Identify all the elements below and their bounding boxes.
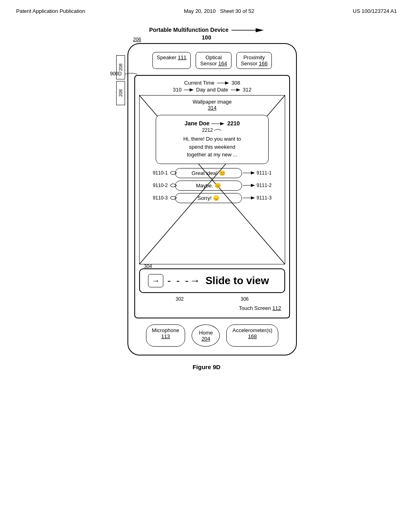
side-label-208-bottom-text: 208 [118,89,123,97]
figure-caption: Figure 9D [192,364,220,370]
day-date-ref1: 310 [173,87,182,93]
side-labels: 208 208 [116,55,125,107]
svg-marker-1 [256,28,264,32]
reply-pill-3[interactable]: Sorry! 😞 [175,193,242,203]
slide-arrow-box: → [148,274,163,287]
label-900d: 900D [110,70,139,78]
message-ref: 2212 [163,127,262,133]
message-bubble: Jane Doe 2210 2212 Hi, there! Do you wan… [156,115,269,164]
diagram-area: Portable Multifunction Device 100 208 20… [49,26,364,370]
wallpaper-label-text: Wallpaper image [140,99,285,105]
device-wrapper: 208 208 206 900D [116,43,297,355]
btn-home-ref: 204 [202,336,211,342]
label-900d-text: 900D [110,71,122,77]
btn-microphone-label: Microphone [152,327,179,333]
svg-marker-17 [251,196,255,200]
reply-pill-1[interactable]: Great idea! 😊 [175,168,242,178]
sensor-proximity-label: ProximitySensor 166 [241,54,268,66]
header-right: US 100/123724 A1 [353,8,397,14]
header-left-text: Patent Application Publication [16,8,85,14]
reply-text-3: Sorry! 😞 [198,195,219,201]
current-time-ref: 308 [232,80,240,86]
reply-label-right-1: 9111-1 [257,170,281,176]
svg-marker-5 [190,88,194,91]
svg-marker-13 [251,171,255,175]
header-center: May 20, 2010 Sheet 30 of 52 [184,8,254,14]
patent-header: Patent Application Publication May 20, 2… [16,8,397,14]
reply-row-1: 9110-1 Great idea! 😊 9111-1 [144,168,281,178]
wallpaper-ref: 314 [208,105,217,111]
day-date-row: 310 Day and Date 312 [139,87,285,93]
svg-marker-3 [225,81,229,85]
device-title-text: Portable Multifunction Device [149,27,229,33]
slide-ref-row: 302 306 [139,296,285,302]
slide-ref-304: 304 [144,264,152,269]
side-label-208-bottom: 208 [116,81,125,105]
reply-text-2: Maybe. 😐 [196,183,221,189]
slide-dashes: - - -→ [167,274,201,287]
slide-ref-306: 306 [240,296,248,302]
slide-area[interactable]: → - - -→ Slide to view 304 [139,268,285,293]
btn-home-label: Home [199,330,213,336]
device-frame: 206 900D Speaker 111 OpticalSensor 164 [127,43,297,355]
reply-label-left-2: 9110-2 [144,183,168,188]
device-number: 100 [149,34,264,41]
sensor-speaker-label: Speaker 111 [157,54,187,60]
reply-row-3: 9110-3 Sorry! 😞 9111-3 [144,193,281,203]
touch-screen-text: Touch Screen 112 [239,305,281,311]
reply-pill-2[interactable]: Maybe. 😐 [175,181,242,191]
day-date-ref2: 312 [243,87,252,93]
reply-label-right-3: 9111-3 [257,195,281,201]
svg-marker-11 [220,122,224,125]
sensor-proximity: ProximitySensor 166 [236,52,272,69]
sensor-optical: OpticalSensor 164 [196,52,232,69]
slide-ref-302: 302 [175,296,184,302]
slide-arrow-icon: → [152,276,160,285]
label-206-text: 206 [133,37,141,42]
device-bottom: Microphone 113 Home 204 Accelerometer(s)… [134,322,290,349]
sensor-optical-label: OpticalSensor 164 [200,54,227,66]
reply-label-left-1: 9110-1 [144,170,168,176]
current-time-row: Current Time 308 [139,80,285,86]
reply-label-left-3: 9110-3 [144,195,168,201]
reply-row-2: 9110-2 Maybe. 😐 9111-2 [144,181,281,191]
svg-marker-15 [251,184,255,187]
header-left: Patent Application Publication [16,8,85,14]
btn-accelerometer-ref: 168 [248,333,257,339]
touch-screen-label: Touch Screen 112 [139,305,285,311]
slide-container: → - - -→ Slide to view 304 302 306 [139,268,285,302]
screen-area: Current Time 308 310 Day and Date 312 [134,75,290,318]
header-date: May 20, 2010 [184,8,216,14]
sensors-row: Speaker 111 OpticalSensor 164 ProximityS… [134,50,290,71]
btn-home[interactable]: Home 204 [192,324,220,347]
btn-accelerometer[interactable]: Accelerometer(s) 168 [226,324,278,347]
btn-accelerometer-label: Accelerometer(s) [232,327,272,333]
svg-marker-7 [236,88,240,91]
btn-microphone[interactable]: Microphone 113 [146,324,186,347]
wallpaper-label: Wallpaper image 314 [140,96,285,111]
header-sheet: Sheet 30 of 52 [220,8,254,14]
device-title: Portable Multifunction Device [149,26,264,34]
slide-text: Slide to view [205,274,269,287]
header-patent-num: US 100/123724 A1 [353,8,397,14]
wallpaper-area: Wallpaper image 314 Jane Doe 2210 22 [139,95,285,264]
device-num-text: 100 [202,34,211,41]
status-bar: Current Time 308 310 Day and Date 312 [139,80,285,93]
btn-microphone-ref: 113 [161,333,170,339]
current-time-label: Current Time [184,80,215,86]
message-text: Hi, there! Do you want tospend this week… [163,135,262,159]
label-206: 206 [133,37,141,42]
reply-label-right-2: 9111-2 [257,183,281,188]
reply-options: 9110-1 Great idea! 😊 9111-1 9110-2 [140,168,285,203]
message-sender: Jane Doe 2210 [163,120,262,127]
sensor-speaker: Speaker 111 [152,52,191,69]
page-container: Patent Application Publication May 20, 2… [0,0,413,387]
day-date-label: Day and Date [196,87,228,93]
reply-text-1: Great idea! 😊 [192,170,225,176]
